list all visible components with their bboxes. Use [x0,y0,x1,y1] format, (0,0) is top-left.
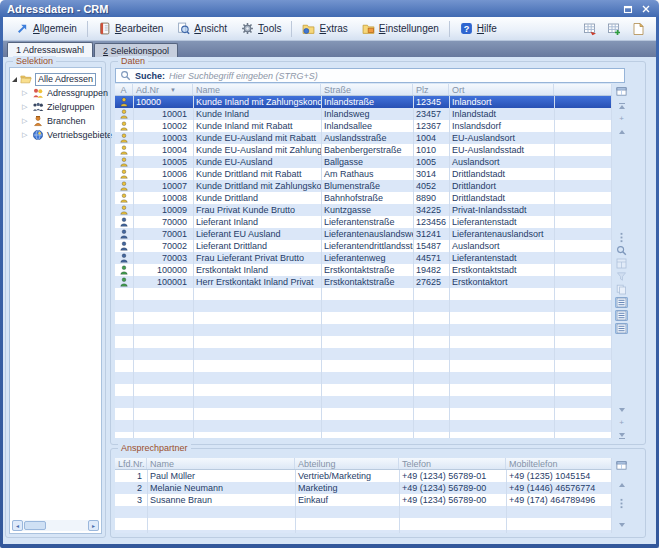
menu-item-hilfe[interactable]: ?Hilfe [453,19,504,39]
scroll-up-icon [619,483,625,487]
scroll-bottom-button[interactable] [615,430,628,441]
tree-item-zielgruppen[interactable]: ▷Zielgruppen [12,100,99,114]
expander-collapsed-icon[interactable]: ▷ [22,117,29,125]
cell [554,228,611,240]
col-header-name[interactable]: Name [193,84,321,95]
column-chooser-button[interactable] [615,86,628,97]
cell: +49 (1446) 46576774 [506,482,611,494]
address-row-10007[interactable]: 10007Kunde Drittland mit Zahlungskonditi… [115,180,611,192]
expander-expanded-icon[interactable] [12,77,17,82]
address-row-10009[interactable]: 10009Frau Privat Kunde BruttoKuntzgasse3… [115,204,611,216]
move-up-button[interactable]: + [615,113,628,124]
new-document-icon [631,22,645,36]
filter-button[interactable] [615,271,628,282]
col-header-telefon[interactable]: Telefon [399,458,506,469]
col-header-plz[interactable]: Plz [413,84,449,95]
expander-collapsed-icon[interactable]: ▷ [22,89,29,97]
cell: 10002 [133,120,193,132]
address-row-70003[interactable]: 70003Frau Lieferant Privat BruttoLiefera… [115,252,611,264]
restore-icon[interactable] [622,3,634,15]
address-row-10004[interactable]: 10004Kunde EU-Ausland mit Zahlungskondti… [115,144,611,156]
col-header-label: Ad.Nr [136,85,159,95]
address-row-70002[interactable]: 70002Lieferant DrittlandLieferantendritt… [115,240,611,252]
cell: 10004 [133,144,193,156]
column-chooser-button[interactable] [615,460,628,471]
address-row-70001[interactable]: 70001Lieferant EU AuslandLieferantenausl… [115,228,611,240]
cell: Kunde EU-Ausland mit Zahlungskondtionen [193,144,321,156]
contact-row-1[interactable]: 1Paul MüllerVertrieb/Marketing+49 (1234)… [115,470,611,482]
copy-button[interactable] [615,284,628,295]
tree-item-vertriebsgebiete[interactable]: ▷Vertriebsgebiete [12,128,99,142]
menu-item-label: Tools [258,23,281,34]
person-cell [115,228,133,240]
scroll-top-button[interactable] [615,100,628,111]
address-row-10005[interactable]: 10005Kunde EU-AuslandBallgasse1005Auslan… [115,156,611,168]
new-document-button[interactable] [629,20,646,37]
view-1-button[interactable] [615,297,628,308]
person-cell [115,216,133,228]
menu-item-bearbeiten[interactable]: Bearbeiten [91,19,170,39]
tree-item-alle-adressen[interactable]: Alle Adressen [12,72,99,86]
col-header-a[interactable]: A [115,84,133,95]
col-header-lfd-nr-[interactable]: Lfd.Nr. [115,458,147,469]
address-row-10001[interactable]: 10001Kunde InlandInlandsweg23457Inlandst… [115,108,611,120]
col-header-name[interactable]: Name [147,458,295,469]
scroll-up-button[interactable] [615,126,628,137]
cell: 15487 [413,240,449,252]
contact-row-3[interactable]: 3Susanne BraunEinkauf+49 (1234) 56789-00… [115,494,611,506]
col-header-abteilung[interactable]: Abteilung [295,458,399,469]
hscroll-right-icon[interactable]: ▸ [88,520,99,531]
zoom-button[interactable] [615,245,628,256]
search-bar[interactable]: Suche: [115,68,625,83]
menu-item-ansicht[interactable]: Ansicht [170,19,234,39]
col-header-ort[interactable]: Ort [449,84,554,95]
menu-item-allgemein[interactable]: Allgemein [9,19,84,39]
contact-row-2[interactable]: 2Melanie NeumannMarketing+49 (1234) 5678… [115,482,611,494]
expander-collapsed-icon[interactable]: ▷ [22,103,29,111]
cell: 10000 [133,96,193,108]
col-header-stra-e[interactable]: Straße [321,84,413,95]
address-row-10000[interactable]: 10000Kunde Inland mit Zahlungskondition … [115,96,611,108]
hscroll-thumb[interactable] [24,521,46,530]
scroll-up-button[interactable] [615,479,628,490]
table-export-red-button[interactable] [581,20,598,37]
scroll-down-button[interactable] [615,519,628,530]
view-list-icon [616,323,627,334]
splitter-dots-button[interactable] [615,498,628,509]
lieferant-person-icon [120,217,128,227]
tree-hscrollbar[interactable]: ◂ ▸ [12,520,99,531]
scroll-down-button[interactable] [615,404,628,415]
tree-item-branchen[interactable]: ▷Branchen [12,114,99,128]
search-input[interactable] [169,71,620,81]
close-icon[interactable] [640,3,652,15]
menu-item-tools[interactable]: Tools [234,19,288,39]
table-import-green-button[interactable] [605,20,622,37]
address-row-10008[interactable]: 10008Kunde DrittlandBahnhofstraße8890Dri… [115,192,611,204]
cell [554,204,611,216]
col-header-mobiltelefon[interactable]: Mobiltelefon [506,458,611,469]
view-list-icon [616,310,627,321]
person-cell [115,144,133,156]
address-row-100001[interactable]: 100001Herr Erstkontakt Inland PrivatErst… [115,276,611,288]
address-row-70000[interactable]: 70000Lieferant InlandLieferantenstraße12… [115,216,611,228]
view-2-button[interactable] [615,310,628,321]
cell: 27625 [413,276,449,288]
splitter-dots-button[interactable] [615,232,628,243]
tree-item-adressgruppen[interactable]: ▷Adressgruppen [12,86,99,100]
menu-item-extras[interactable]: Extras [295,19,354,39]
hscroll-left-icon[interactable]: ◂ [12,520,23,531]
expander-collapsed-icon[interactable]: ▷ [22,131,29,139]
address-row-100000[interactable]: 100000Erstkontakt InlandErstkontaktstraß… [115,264,611,276]
address-row-10006[interactable]: 10006Kunde Drittland mit RabattAm Rathau… [115,168,611,180]
menu-item-einstellungen[interactable]: Einstellungen [355,19,446,39]
address-row-10003[interactable]: 10003Kunde EU-Ausland mit RabattAuslands… [115,132,611,144]
col-header-ad-nr[interactable]: Ad.Nr▼ [133,84,193,95]
view-3-button[interactable] [615,323,628,334]
cell: Lieferantenstraße [321,216,413,228]
address-row-10002[interactable]: 10002Kunde Inland mit RabattInlandsallee… [115,120,611,132]
cell [554,144,611,156]
tab-2-selektionspool[interactable]: 2 Selektionspool [94,43,178,57]
tab-1-adressauswahl[interactable]: 1 Adressauswahl [7,42,93,57]
layout-button[interactable] [615,258,628,269]
move-down-button[interactable]: + [615,417,628,428]
